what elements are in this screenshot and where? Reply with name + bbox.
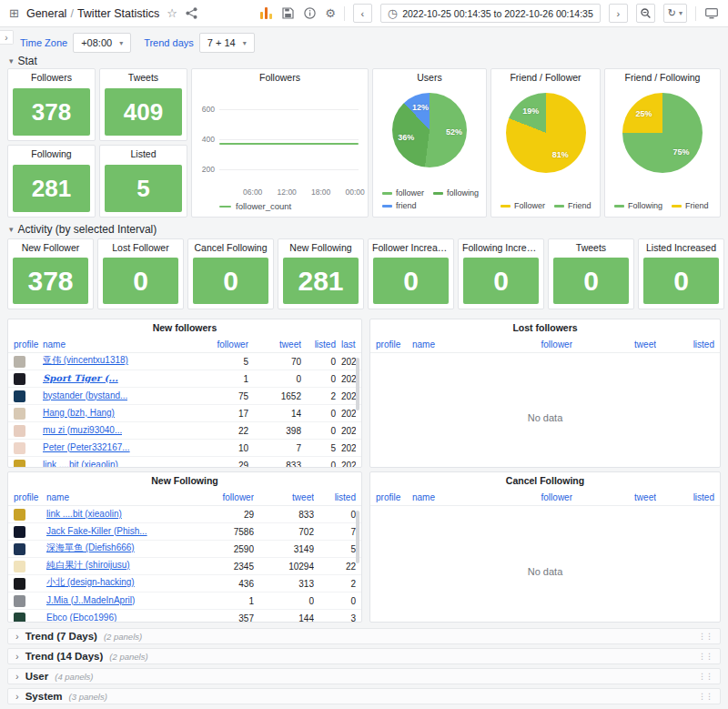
activity-stat-panel[interactable]: Cancel Following0 bbox=[187, 238, 274, 309]
drag-handle-icon[interactable]: ⋮⋮ bbox=[698, 652, 713, 661]
column-header-tweet[interactable]: tweet bbox=[248, 339, 301, 349]
legend-item[interactable]: follower bbox=[382, 188, 424, 198]
column-header-last[interactable]: last bbox=[336, 339, 356, 349]
user-link[interactable]: link ....bit (xieaolin) bbox=[43, 460, 118, 468]
drag-handle-icon[interactable]: ⋮⋮ bbox=[698, 692, 713, 701]
collapsed-row-trend-14-days-[interactable]: ›Trend (14 Days)(2 panels)⋮⋮ bbox=[7, 648, 721, 664]
stat-panel[interactable]: Followers378 bbox=[7, 68, 96, 141]
user-link[interactable]: link ....bit (xieaolin) bbox=[46, 509, 122, 519]
column-header-profile[interactable]: profile bbox=[376, 492, 412, 502]
collapsed-row-user[interactable]: ›User(4 panels)⋮⋮ bbox=[7, 668, 721, 684]
legend-item[interactable]: Friend bbox=[672, 201, 709, 211]
refresh-button[interactable]: ↻ ▾ bbox=[663, 4, 687, 23]
table-scrollbar[interactable] bbox=[356, 511, 359, 563]
row-header-stat[interactable]: ▾ Stat bbox=[9, 55, 37, 67]
column-header-follower[interactable]: follower bbox=[478, 339, 572, 349]
user-link[interactable]: 亚伟 (vincentxu1318) bbox=[43, 354, 128, 367]
user-link[interactable]: J.Mia (J..MadeInApril) bbox=[46, 595, 135, 605]
legend-item[interactable]: Follower bbox=[500, 201, 545, 211]
user-link[interactable]: Peter (Peter332167... bbox=[43, 442, 130, 452]
table-scrollbar[interactable] bbox=[356, 358, 359, 410]
stat-panel[interactable]: Listed5 bbox=[99, 145, 187, 218]
column-header-listed[interactable]: listed bbox=[301, 339, 336, 349]
column-header-follower[interactable]: follower bbox=[478, 492, 572, 502]
collapsed-row-trend-7-days-[interactable]: ›Trend (7 Days)(2 panels)⋮⋮ bbox=[7, 628, 721, 644]
listed-value: 2 bbox=[301, 391, 336, 401]
friend-following-pie-panel[interactable]: Friend / Following 75%25% FollowingFrien… bbox=[604, 68, 721, 218]
collapsed-row-system[interactable]: ›System(3 panels)⋮⋮ bbox=[7, 688, 721, 704]
time-shift-forward-button[interactable]: › bbox=[609, 4, 628, 23]
activity-stat-panel[interactable]: Follower Increased0 bbox=[368, 238, 454, 309]
apps-grid-icon[interactable]: ⊞ bbox=[9, 7, 19, 19]
column-header-name[interactable]: name bbox=[412, 339, 478, 349]
user-link[interactable]: Jack Fake-Killer (Phish... bbox=[46, 526, 147, 536]
column-header-profile[interactable]: profile bbox=[14, 339, 43, 349]
column-header-profile[interactable]: profile bbox=[376, 339, 412, 349]
column-header-tweet[interactable]: tweet bbox=[254, 492, 314, 502]
activity-stat-panel[interactable]: New Follower378 bbox=[7, 238, 94, 309]
star-icon[interactable]: ☆ bbox=[167, 7, 177, 19]
column-header-tweet[interactable]: tweet bbox=[572, 492, 656, 502]
no-data-message: No data bbox=[370, 412, 720, 423]
breadcrumb-section[interactable]: General bbox=[26, 7, 66, 20]
activity-stat-panel[interactable]: Tweets0 bbox=[548, 238, 634, 309]
user-link[interactable]: Hang (bzh, Hang) bbox=[43, 408, 115, 418]
user-link[interactable]: 小北 (design-hacking) bbox=[46, 576, 135, 589]
time-range-text: 2022-10-25 00:14:35 to 2022-10-26 00:14:… bbox=[402, 8, 593, 19]
add-panel-icon[interactable] bbox=[259, 6, 273, 20]
row-header-activity[interactable]: ▾ Activity (by selected Interval) bbox=[9, 223, 157, 236]
user-link[interactable]: mu zi (muzi93040... bbox=[43, 425, 122, 435]
zoom-out-button[interactable] bbox=[636, 4, 655, 23]
legend-swatch bbox=[672, 205, 682, 208]
column-header-name[interactable]: name bbox=[43, 339, 201, 349]
activity-stat-panel[interactable]: Lost Follower0 bbox=[97, 238, 184, 309]
tweet-value: 14 bbox=[248, 409, 301, 419]
legend-item[interactable]: following bbox=[433, 188, 479, 198]
user-link[interactable]: Sport Tiger (... bbox=[43, 373, 118, 383]
timezone-select[interactable]: +08:00 ▾ bbox=[73, 33, 131, 53]
info-icon[interactable] bbox=[303, 6, 317, 20]
stat-panel[interactable]: Tweets409 bbox=[99, 68, 187, 141]
users-pie-panel[interactable]: Users 52%36%12% followerfollowingfriend bbox=[372, 68, 487, 218]
cycle-view-monitor-icon[interactable] bbox=[704, 7, 719, 20]
drag-handle-icon[interactable]: ⋮⋮ bbox=[698, 632, 713, 641]
legend-item[interactable]: Friend bbox=[554, 201, 592, 211]
pie-percent-label: 75% bbox=[673, 147, 690, 157]
drag-handle-icon[interactable]: ⋮⋮ bbox=[698, 672, 713, 681]
column-header-tweet[interactable]: tweet bbox=[572, 339, 656, 349]
column-header-follower[interactable]: follower bbox=[201, 339, 248, 349]
column-header-listed[interactable]: listed bbox=[314, 492, 356, 502]
friend-follower-pie-panel[interactable]: Friend / Follower 81%19% FollowerFriend bbox=[490, 68, 601, 218]
listed-value: 0 bbox=[301, 426, 336, 436]
column-header-profile[interactable]: profile bbox=[14, 492, 46, 502]
legend-item[interactable]: Following bbox=[614, 201, 662, 211]
activity-stat-panel[interactable]: Listed Increased0 bbox=[638, 238, 724, 309]
time-range-picker[interactable]: ◷ 2022-10-25 00:14:35 to 2022-10-26 00:1… bbox=[380, 4, 601, 23]
column-header-name[interactable]: name bbox=[46, 492, 199, 502]
user-link[interactable]: 純白果汁 (shiroijusu) bbox=[46, 559, 130, 572]
name-cell: 亚伟 (vincentxu1318) bbox=[43, 354, 201, 369]
share-icon[interactable] bbox=[185, 6, 198, 20]
refresh-interval-caret-icon[interactable]: ▾ bbox=[679, 9, 682, 17]
time-shift-back-button[interactable]: ‹ bbox=[353, 4, 372, 23]
column-header-name[interactable]: name bbox=[412, 492, 478, 502]
legend-item[interactable]: friend bbox=[382, 201, 417, 211]
avatar bbox=[14, 356, 25, 368]
followers-timeseries-panel[interactable]: Followers 20040060006:0012:0018:0000:00 … bbox=[191, 68, 369, 218]
sidebar-expand-toggle[interactable]: › bbox=[0, 30, 14, 45]
settings-gear-icon[interactable]: ⚙ bbox=[325, 7, 336, 19]
save-dashboard-icon[interactable] bbox=[281, 6, 295, 20]
activity-stat-panel[interactable]: Following Increased0 bbox=[458, 238, 544, 309]
user-link[interactable]: 深海單鱼 (Diefish666) bbox=[46, 542, 135, 554]
trend-days-select[interactable]: 7 + 14 ▾ bbox=[199, 33, 255, 53]
column-header-listed[interactable]: listed bbox=[656, 492, 714, 502]
name-cell: Ebco (Ebco1996) bbox=[46, 613, 199, 623]
activity-stat-panel[interactable]: New Following281 bbox=[278, 238, 364, 309]
stat-panel[interactable]: Following281 bbox=[7, 145, 96, 218]
column-header-listed[interactable]: listed bbox=[656, 339, 714, 349]
stat-value: 5 bbox=[105, 165, 182, 212]
user-link[interactable]: bystander (bystand... bbox=[43, 390, 127, 400]
timeseries-legend[interactable]: follower_count bbox=[219, 201, 291, 211]
column-header-follower[interactable]: follower bbox=[199, 492, 254, 502]
user-link[interactable]: Ebco (Ebco1996) bbox=[46, 613, 116, 623]
